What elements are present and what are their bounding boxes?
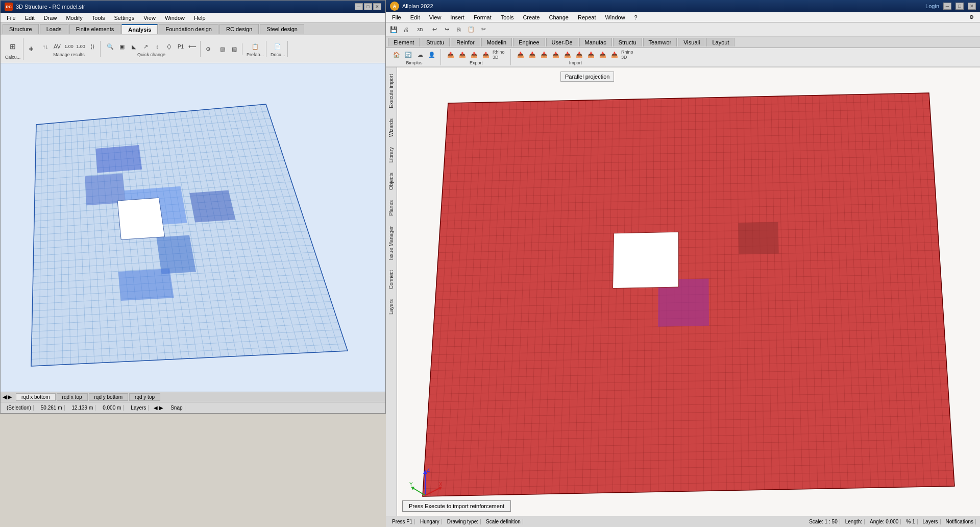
sidebar-connect[interactable]: Connect xyxy=(387,266,396,294)
results-100-1-btn[interactable]: 1.00 xyxy=(63,41,75,52)
minimize-button[interactable]: ─ xyxy=(355,3,363,10)
export-2-btn[interactable]: 📤 xyxy=(457,49,468,60)
sidebar-execute-import[interactable]: Execute import xyxy=(387,69,396,113)
import-5-btn[interactable]: 📥 xyxy=(562,49,573,60)
right-restore-btn[interactable]: □ xyxy=(955,3,964,10)
import-3-btn[interactable]: 📥 xyxy=(538,49,550,60)
quick-angle-btn[interactable]: ◣ xyxy=(128,41,139,52)
quick-search-btn[interactable]: 🔍 xyxy=(105,41,116,52)
right-menu-window[interactable]: Window xyxy=(601,13,629,21)
sidebar-wizards[interactable]: Wizards xyxy=(387,114,396,141)
tab-loads[interactable]: Loads xyxy=(40,24,68,34)
sidebar-issue-manager[interactable]: Issue Manager xyxy=(387,222,396,265)
bimplus-user-btn[interactable]: 👤 xyxy=(426,49,437,60)
right-minimize-btn[interactable]: ─ xyxy=(943,3,951,10)
right-menu-insert[interactable]: Insert xyxy=(446,13,469,21)
right-menu-format[interactable]: Format xyxy=(470,13,496,21)
bimplus-home-btn[interactable]: 🏠 xyxy=(391,49,402,60)
tab-finite-elements[interactable]: Finite elements xyxy=(69,24,121,34)
layers-btn-right[interactable]: Layers xyxy=(921,519,941,524)
quick-arrow-btn[interactable]: ↗ xyxy=(140,41,151,52)
menu-help[interactable]: Help xyxy=(190,14,210,22)
import-8-btn[interactable]: 📥 xyxy=(597,49,608,60)
sidebar-planes[interactable]: Planes xyxy=(387,196,396,221)
settings-btn[interactable]: ⚙ xyxy=(203,43,214,55)
results-100-2-btn[interactable]: 1.00 xyxy=(75,41,86,52)
docu-btn[interactable]: 📄 xyxy=(272,41,283,52)
tab-steel-design[interactable]: Steel design xyxy=(260,24,304,34)
tab-rqd-y-bottom[interactable]: rqd y bottom xyxy=(89,393,129,401)
close-button[interactable]: ✕ xyxy=(373,3,381,10)
qa-undo-btn[interactable]: ↩ xyxy=(429,24,440,35)
tab-rqd-y-top[interactable]: rqd y top xyxy=(129,393,160,401)
snap-label[interactable]: Snap xyxy=(168,405,185,411)
rhino-3d-btn[interactable]: Rhino 3D xyxy=(492,49,507,60)
right-menu-file[interactable]: File xyxy=(388,13,405,21)
import-4-btn[interactable]: 📥 xyxy=(550,49,561,60)
import-1-btn[interactable]: 📥 xyxy=(515,49,526,60)
settings-icon-right[interactable]: ⚙ xyxy=(969,14,978,20)
right-menu-create[interactable]: Create xyxy=(519,13,544,21)
menu-view[interactable]: View xyxy=(139,14,160,22)
tab-analysis[interactable]: Analysis xyxy=(121,24,158,34)
menu-file[interactable]: File xyxy=(3,14,20,22)
restore-button[interactable]: □ xyxy=(364,3,372,10)
sidebar-objects[interactable]: Objects xyxy=(387,168,396,195)
results-updown-btn[interactable]: ↑↓ xyxy=(40,41,51,52)
tab-structure[interactable]: Structure xyxy=(3,24,39,34)
nav-arrows[interactable]: ◀ ▶ xyxy=(154,405,163,411)
tab-element[interactable]: Element xyxy=(388,38,420,46)
right-menu-change[interactable]: Change xyxy=(545,13,573,21)
qa-paste-btn[interactable]: 📋 xyxy=(465,24,477,35)
tab-layout[interactable]: Layout xyxy=(706,38,734,46)
import-6-btn[interactable]: 📥 xyxy=(574,49,585,60)
qa-print-btn[interactable]: 🖨 xyxy=(400,24,411,35)
tab-user-de[interactable]: User-De xyxy=(546,38,578,46)
nav-next-btn[interactable]: ▶ xyxy=(8,394,12,400)
layers-btn-left[interactable]: Layers xyxy=(129,405,149,411)
nav-prev-btn[interactable]: ◀ xyxy=(3,394,7,400)
tab-modelin[interactable]: Modelin xyxy=(481,38,512,46)
quick-bracket-btn[interactable]: ⟨⟩ xyxy=(163,41,175,52)
menu-draw[interactable]: Draw xyxy=(40,14,61,22)
tab-rqd-x-bottom[interactable]: rqd x bottom xyxy=(16,393,56,401)
right-menu-repeat[interactable]: Repeat xyxy=(574,13,600,21)
bimplus-cloud-btn[interactable]: ☁ xyxy=(414,49,426,60)
qa-3d-btn[interactable]: 3D xyxy=(412,24,428,35)
tab-foundation-design[interactable]: Foundation design xyxy=(159,24,218,34)
deflection-1-btn[interactable]: ▨ xyxy=(217,43,228,55)
bimplus-sync-btn[interactable]: 🔄 xyxy=(403,49,414,60)
deflection-2-btn[interactable]: ▧ xyxy=(229,43,240,55)
login-label[interactable]: Login xyxy=(925,3,939,9)
results-av-btn[interactable]: AV xyxy=(52,41,63,52)
add-btn[interactable]: + xyxy=(26,43,37,55)
qa-cut-btn[interactable]: ✂ xyxy=(478,24,489,35)
right-menu-help[interactable]: ? xyxy=(630,13,642,21)
tab-manufac[interactable]: Manufac xyxy=(579,38,612,46)
tab-reinfor[interactable]: Reinfor xyxy=(451,38,480,46)
execute-import-button[interactable]: Press Execute to import reinforcement xyxy=(402,500,511,512)
right-menu-tools[interactable]: Tools xyxy=(497,13,518,21)
menu-settings[interactable]: Settings xyxy=(110,14,138,22)
export-4-btn[interactable]: 📤 xyxy=(480,49,492,60)
export-1-btn[interactable]: 📤 xyxy=(445,49,456,60)
tab-rc-design[interactable]: RC design xyxy=(219,24,259,34)
export-3-btn[interactable]: 📤 xyxy=(469,49,480,60)
right-close-btn[interactable]: ✕ xyxy=(968,3,976,10)
import-rhino-btn[interactable]: Rhino 3D xyxy=(621,49,636,60)
import-7-btn[interactable]: 📥 xyxy=(585,49,597,60)
tab-structu2[interactable]: Structu xyxy=(613,38,642,46)
menu-edit[interactable]: Edit xyxy=(21,14,39,22)
qa-copy-btn[interactable]: ⎘ xyxy=(453,24,464,35)
sidebar-layers[interactable]: Layers xyxy=(387,295,396,319)
tab-enginee[interactable]: Enginee xyxy=(513,38,545,46)
import-9-btn[interactable]: 📥 xyxy=(609,49,620,60)
tab-structu[interactable]: Structu xyxy=(421,38,450,46)
quick-box-btn[interactable]: ▣ xyxy=(116,41,128,52)
import-2-btn[interactable]: 📥 xyxy=(527,49,538,60)
sidebar-library[interactable]: Library xyxy=(387,142,396,167)
right-menu-view[interactable]: View xyxy=(425,13,446,21)
right-menu-edit[interactable]: Edit xyxy=(406,13,424,21)
tab-visuali[interactable]: Visuali xyxy=(678,38,705,46)
tab-teamwor[interactable]: Teamwor xyxy=(643,38,677,46)
